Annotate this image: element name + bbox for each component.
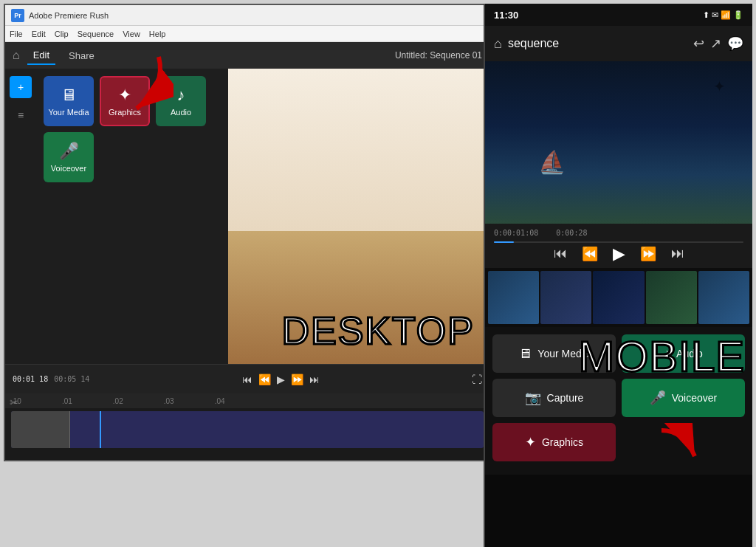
graphics-button[interactable]: ✦ Graphics [100, 76, 150, 126]
sequence-title: Untitled: Sequence 01 [395, 50, 482, 61]
boat-decoration: ⛵ [538, 149, 566, 175]
voiceover-icon: 🎤 [59, 142, 79, 161]
video-background: ⛵ ✦ [485, 61, 752, 224]
mobile-video: ⛵ ✦ [485, 61, 752, 224]
mobile-controls: ⏮ ⏪ ▶ ⏩ ⏭ [494, 244, 743, 264]
audio-label: Audio [171, 108, 191, 117]
your-media-label: Your Media [48, 108, 89, 117]
timeline-thumb-1 [488, 271, 539, 324]
audio-icon: ♪ [177, 86, 185, 105]
mobile-undo-icon[interactable]: ↩ [693, 35, 704, 52]
editor-area: + ≡ 🖥 Your Media ✦ Graphics ♪ Audio [5, 69, 489, 364]
menu-sequence[interactable]: Sequence [78, 30, 114, 38]
your-media-button[interactable]: 🖥 Your Media [44, 76, 94, 126]
fullscreen-button[interactable]: ⛶ [472, 374, 482, 385]
title-bar: Pr Adobe Premiere Rush [5, 5, 489, 26]
timeline-playhead[interactable] [100, 411, 101, 448]
your-media-icon: 🖥 [61, 86, 77, 105]
wall [228, 69, 489, 231]
timeline-thumb-3 [593, 271, 644, 324]
timeline-area: .10 .01 .02 .03 .04 ✂ [5, 393, 489, 460]
mobile-play-button[interactable]: ▶ [613, 244, 625, 264]
mobile-video-bg: ⛵ ✦ [485, 61, 752, 224]
mobile-sequence-title: sequence [508, 37, 687, 50]
skip-back-button[interactable]: ⏮ [242, 374, 252, 385]
graphics-label: Graphics [109, 108, 141, 117]
mobile-your-media-icon: 🖥 [518, 346, 532, 362]
timeline-track [11, 411, 484, 448]
timecode-current: 00:01 18 [13, 375, 48, 383]
mobile-capture-label: Capture [547, 392, 584, 404]
mobile-arrow-container [622, 423, 745, 467]
mobile-step-forward-button[interactable]: ⏩ [640, 246, 656, 262]
skip-forward-button[interactable]: ⏭ [309, 374, 320, 385]
app-logo: Pr [11, 9, 24, 22]
mobile-progress-fill [494, 241, 514, 243]
timeline-thumbnail [11, 411, 70, 448]
sidebar-list-icon[interactable]: ≡ [10, 104, 32, 126]
timeline-thumb-4 [646, 271, 697, 324]
mobile-voiceover-label: Voiceover [672, 392, 717, 404]
voiceover-button[interactable]: 🎤 Voiceover [44, 132, 94, 182]
audio-button[interactable]: ♪ Audio [156, 76, 206, 126]
status-icons: ⬆ ✉ 📶 🔋 [703, 10, 743, 20]
mobile-step-back-button[interactable]: ⏪ [582, 246, 598, 262]
mobile-voiceover-button[interactable]: 🎤 Voiceover [622, 379, 745, 417]
step-back-button[interactable]: ⏪ [258, 374, 271, 385]
video-preview: 🌿 DESKTOP [228, 69, 489, 364]
mobile-timeline [485, 268, 752, 327]
app-title: Adobe Premiere Rush [29, 11, 109, 20]
menu-help[interactable]: Help [149, 30, 166, 38]
mobile-skip-forward-button[interactable]: ⏭ [671, 246, 684, 261]
mobile-graphics-button[interactable]: ✦ Graphics [492, 423, 616, 461]
mobile-home-icon[interactable]: ⌂ [494, 36, 502, 52]
mobile-voiceover-icon: 🎤 [650, 390, 666, 406]
tab-share[interactable]: Share [63, 47, 100, 64]
menu-clip[interactable]: Clip [55, 30, 69, 38]
graphics-icon: ✦ [118, 86, 131, 105]
menu-edit[interactable]: Edit [32, 30, 46, 38]
step-forward-button[interactable]: ⏩ [291, 374, 303, 385]
menu-view[interactable]: View [123, 30, 140, 38]
mobile-comment-icon[interactable]: 💬 [727, 35, 743, 52]
timeline-thumb-2 [540, 271, 591, 324]
add-button[interactable]: + [10, 76, 32, 98]
tab-edit[interactable]: Edit [27, 47, 55, 65]
mobile-topnav: ⌂ sequence ↩ ↗ 💬 [485, 26, 752, 61]
top-nav: ⌂ Edit Share Untitled: Sequence 01 [5, 42, 489, 69]
status-bar: 11:30 ⬆ ✉ 📶 🔋 [485, 4, 752, 26]
mobile-progress-bar[interactable] [494, 241, 743, 243]
timeline-ruler: .10 .01 .02 .03 .04 [5, 393, 489, 408]
mobile-capture-button[interactable]: 📷 Capture [492, 379, 616, 417]
timeline-thumb-5 [698, 271, 749, 324]
controls-bar: 00:01 18 00:05 14 ⏮ ⏪ ▶ ⏩ ⏭ ⛶ [5, 364, 489, 393]
home-icon[interactable]: ⌂ [13, 49, 20, 62]
mobile-btn-row-3: ✦ Graphics [492, 423, 745, 467]
mobile-playback: 0:00:01:08 0:00:28 ⏮ ⏪ ▶ ⏩ ⏭ [485, 224, 752, 268]
mobile-graphics-icon: ✦ [525, 434, 536, 450]
menu-file[interactable]: File [10, 30, 23, 38]
play-button[interactable]: ▶ [277, 374, 285, 385]
mobile-skip-back-button[interactable]: ⏮ [554, 246, 567, 261]
timecode-total: 00:05 14 [54, 375, 89, 383]
mobile-share-icon[interactable]: ↗ [710, 35, 721, 52]
left-sidebar: + ≡ [5, 69, 36, 364]
status-time: 11:30 [494, 10, 518, 21]
add-panel: 🖥 Your Media ✦ Graphics ♪ Audio 🎤 Voiceo… [36, 69, 228, 364]
mobile-graphics-label: Graphics [542, 436, 583, 448]
mobile-timecode: 0:00:01:08 0:00:28 [494, 229, 743, 237]
desktop-label: DESKTOP [281, 309, 475, 353]
cut-icon: ✂ [10, 396, 18, 408]
menu-bar: File Edit Clip Sequence View Help [5, 26, 489, 42]
mobile-capture-icon: 📷 [525, 390, 541, 406]
mobile-arrow-svg [654, 423, 713, 467]
mobile-label: MOBILE [579, 331, 745, 381]
mobile-btn-row-2: 📷 Capture 🎤 Voiceover [492, 379, 745, 417]
sky-decoration: ✦ [713, 78, 726, 95]
voiceover-label: Voiceover [51, 164, 86, 173]
